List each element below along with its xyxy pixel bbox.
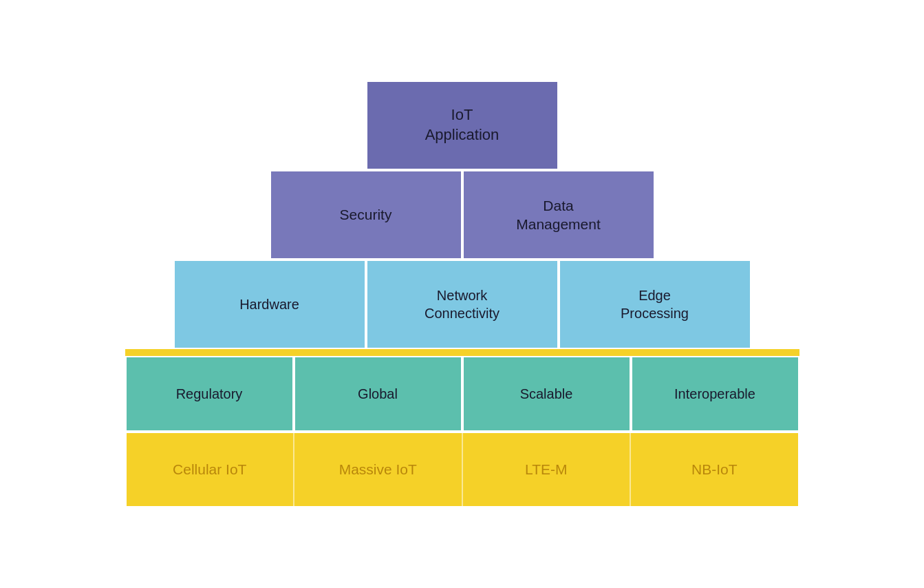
iot-application-cell: IoT Application bbox=[366, 81, 559, 170]
tier2-wrapper: Security DataManagement bbox=[270, 170, 655, 260]
edge-processing-label: EdgeProcessing bbox=[621, 286, 689, 322]
security-label: Security bbox=[340, 205, 392, 224]
tier1-row: IoT Application bbox=[125, 81, 799, 170]
regulatory-label: Regulatory bbox=[176, 386, 243, 402]
security-cell: Security bbox=[270, 170, 462, 260]
nb-iot-label: NB-IoT bbox=[691, 461, 738, 478]
iot-application-label: IoT Application bbox=[425, 105, 499, 145]
data-management-label: DataManagement bbox=[516, 196, 601, 234]
interoperable-cell: Interoperable bbox=[631, 356, 799, 432]
massive-iot-label: Massive IoT bbox=[339, 461, 417, 478]
interoperable-label: Interoperable bbox=[674, 386, 755, 402]
tier5-wrapper: Cellular IoT Massive IoT LTE-M NB-IoT bbox=[125, 432, 799, 507]
nb-iot-cell: NB-IoT bbox=[631, 433, 798, 506]
network-connectivity-cell: NetworkConnectivity bbox=[366, 260, 559, 349]
scalable-cell: Scalable bbox=[462, 356, 631, 432]
massive-iot-cell: Massive IoT bbox=[294, 433, 463, 506]
tier3-wrapper: Hardware NetworkConnectivity EdgeProcess… bbox=[173, 260, 751, 349]
data-management-cell: DataManagement bbox=[462, 170, 655, 260]
global-label: Global bbox=[358, 386, 398, 402]
cellular-iot-cell: Cellular IoT bbox=[127, 433, 295, 506]
network-connectivity-label: NetworkConnectivity bbox=[425, 286, 499, 322]
global-cell: Global bbox=[294, 356, 462, 432]
pyramid-diagram: IoT Application Security DataManagement … bbox=[125, 81, 799, 507]
hardware-cell: Hardware bbox=[173, 260, 366, 349]
scalable-label: Scalable bbox=[520, 386, 573, 402]
tier4-wrapper: Regulatory Global Scalable Interoperable bbox=[125, 356, 799, 432]
tier2-row: Security DataManagement bbox=[125, 170, 799, 260]
regulatory-cell: Regulatory bbox=[125, 356, 294, 432]
edge-processing-cell: EdgeProcessing bbox=[559, 260, 751, 349]
tier3-row: Hardware NetworkConnectivity EdgeProcess… bbox=[125, 260, 799, 349]
hardware-label: Hardware bbox=[239, 295, 299, 313]
lte-m-cell: LTE-M bbox=[463, 433, 632, 506]
tier45-container: Regulatory Global Scalable Interoperable… bbox=[125, 349, 799, 507]
cellular-iot-label: Cellular IoT bbox=[173, 461, 246, 478]
lte-m-label: LTE-M bbox=[525, 461, 567, 478]
